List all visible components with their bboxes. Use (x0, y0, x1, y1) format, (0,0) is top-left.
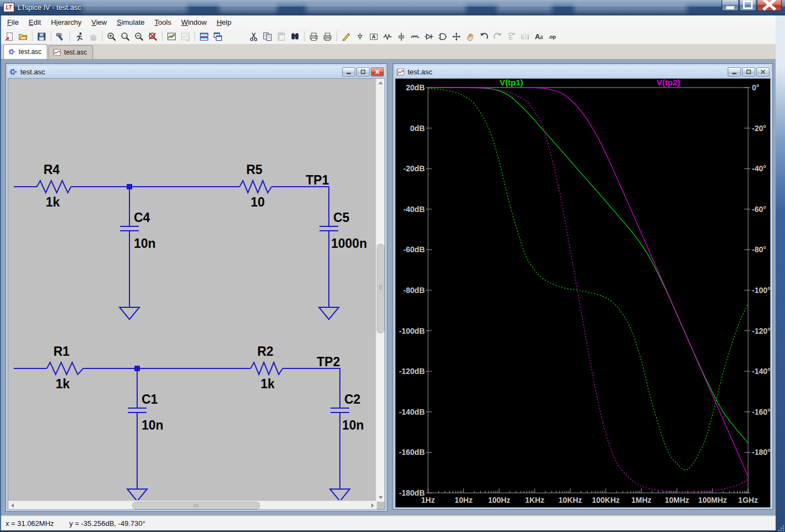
ground-button[interactable] (353, 30, 367, 43)
waveform-plot-area[interactable]: 1Hz10Hz100Hz1KHz10KHz100KHz1MHz10MHz100M… (395, 78, 771, 508)
inductor-button[interactable] (408, 30, 422, 43)
resistor-ref[interactable]: R2 (257, 344, 273, 359)
tab-waveform-test.asc[interactable]: test.asc (48, 45, 93, 59)
zoom-in-icon (107, 32, 116, 41)
menu-view[interactable]: View (86, 17, 112, 28)
cut-button[interactable] (247, 30, 261, 43)
autorange-button[interactable] (165, 30, 178, 43)
resistor-value[interactable]: 1k (261, 377, 275, 391)
print-preview-button[interactable] (307, 30, 321, 43)
label-button[interactable] (367, 30, 381, 43)
copy-button[interactable] (261, 30, 274, 43)
legend-vtp2[interactable]: V(tp2) (657, 79, 680, 87)
cursor-y-readout: y = -35.256dB, -49.730° (69, 519, 145, 528)
trace-v-tp2-phase[interactable] (428, 88, 748, 492)
maximize-button[interactable] (739, 0, 756, 11)
resistor-value[interactable]: 10 (251, 195, 265, 209)
y-left-tick-label: -140dB (399, 408, 425, 416)
scrollbar-thumb[interactable] (377, 244, 385, 333)
move-button[interactable] (450, 30, 463, 43)
menu-tools[interactable]: Tools (150, 17, 176, 28)
child-restore-button[interactable] (356, 67, 370, 77)
capacitor-value[interactable]: 10n (142, 418, 164, 432)
capacitor-ref[interactable]: C1 (142, 392, 158, 406)
schematic-window-titlebar[interactable]: test.asc (8, 66, 385, 78)
trace-v-tp1-phase[interactable] (428, 89, 748, 470)
resistor-button[interactable] (381, 30, 394, 43)
minimize-button[interactable] (722, 0, 739, 11)
child-minimize-button[interactable] (728, 67, 741, 77)
open-icon (18, 32, 28, 41)
paste-button (274, 30, 288, 43)
resistor-ref[interactable]: R5 (246, 162, 263, 177)
menu-help[interactable]: Help (212, 17, 236, 28)
menu-window[interactable]: Window (176, 17, 212, 28)
wire-button[interactable] (339, 30, 353, 43)
open-button[interactable] (16, 30, 30, 43)
child-close-button[interactable] (371, 67, 384, 77)
capacitor-value[interactable]: 10n (134, 236, 156, 251)
menu-hierarchy[interactable]: Hierarchy (46, 17, 86, 28)
spice-directive-button[interactable]: .op (546, 30, 560, 43)
scroll-down-arrow[interactable] (378, 496, 383, 499)
zoom-back-button[interactable] (118, 30, 132, 43)
waveform-doc-icon (396, 68, 405, 76)
zoom-in-button[interactable] (105, 30, 118, 43)
x-tick-label: 1GHz (738, 496, 758, 504)
menu-file[interactable]: File (2, 17, 24, 28)
tile-button[interactable] (197, 30, 211, 43)
zoom-out-button[interactable] (132, 30, 146, 43)
menu-simulate[interactable]: Simulate (112, 17, 150, 28)
component-button[interactable] (436, 30, 450, 43)
undo-button[interactable] (477, 30, 491, 43)
cascade-button[interactable] (211, 30, 225, 43)
schematic-horizontal-scrollbar[interactable] (8, 501, 377, 509)
resistor-value[interactable]: 1k (46, 195, 60, 209)
save-button[interactable] (35, 30, 48, 43)
resize-grip[interactable] (777, 524, 784, 531)
print-button[interactable] (321, 30, 334, 43)
scroll-left-arrow[interactable] (11, 503, 14, 508)
capacitor-value[interactable]: 10n (342, 418, 364, 432)
mdi-area: test.asc (1, 59, 776, 516)
capacitor-value[interactable]: 1000n (331, 236, 367, 251)
ltspice-logo-icon: LT (3, 3, 14, 12)
capacitor-ref[interactable]: C5 (333, 210, 350, 225)
scrollbar-thumb[interactable] (132, 502, 260, 509)
text-button[interactable]: Aa (532, 30, 546, 43)
child-close-button[interactable] (756, 67, 770, 77)
close-button[interactable] (757, 0, 782, 11)
capacitor-ref[interactable]: C2 (344, 392, 360, 406)
toolbar-separator (100, 30, 105, 42)
resistor-ref[interactable]: R4 (44, 162, 60, 177)
capacitor-button[interactable] (394, 30, 408, 43)
capacitor-ref[interactable]: C4 (134, 210, 150, 225)
find-button[interactable] (288, 30, 302, 43)
drag-button[interactable] (463, 30, 477, 43)
resistor-value[interactable]: 1k (56, 377, 70, 391)
zoom-fit-button[interactable] (146, 30, 160, 43)
trace-v-tp1-magnitude[interactable] (428, 88, 748, 443)
schematic-vertical-scrollbar[interactable] (376, 79, 385, 502)
net-label[interactable]: TP2 (317, 355, 340, 369)
scroll-right-arrow[interactable] (371, 503, 374, 508)
new-schematic-button[interactable] (2, 30, 16, 43)
run-button[interactable] (72, 30, 86, 43)
scroll-up-arrow[interactable] (378, 82, 383, 84)
resistor-ref[interactable]: R1 (53, 344, 70, 359)
legend-vtp1[interactable]: V(tp1) (500, 79, 523, 87)
redacted-patch (219, 3, 277, 12)
trace-v-tp2-magnitude[interactable] (428, 88, 748, 476)
tab-schematic-test.asc[interactable]: test.asc (3, 44, 47, 59)
close-icon (757, 0, 781, 17)
child-restore-button[interactable] (742, 67, 755, 77)
control-panel-button[interactable] (53, 30, 67, 43)
diode-button[interactable] (422, 30, 436, 43)
x-tick-label: 1MHz (631, 496, 652, 504)
waveform-window-titlebar[interactable]: test.asc (395, 66, 771, 78)
run-icon (74, 32, 84, 41)
net-label[interactable]: TP1 (306, 173, 329, 187)
schematic-canvas[interactable]: R4 1k R5 10 C4 10n C5 1000n TP1 R1 1k R2… (8, 78, 385, 510)
child-minimize-button[interactable] (342, 67, 355, 77)
menu-edit[interactable]: Edit (24, 17, 46, 28)
